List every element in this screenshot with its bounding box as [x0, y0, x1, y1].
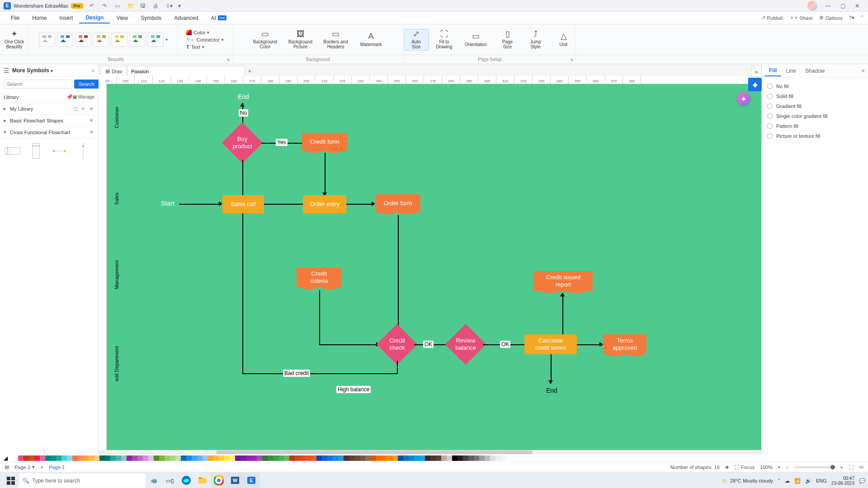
palette-swatch[interactable]: [192, 455, 197, 461]
palette-swatch[interactable]: [463, 455, 468, 461]
separator-v-shape[interactable]: [74, 142, 92, 160]
theme-swatch-7[interactable]: [147, 33, 164, 47]
palette-swatch[interactable]: [333, 455, 338, 461]
one-click-beautify-button[interactable]: ✦One Click Beautify: [2, 29, 27, 51]
fill-option-2[interactable]: Gradient fill: [767, 101, 863, 111]
palette-swatch[interactable]: [468, 455, 474, 461]
task-view-icon[interactable]: ▭▯: [162, 473, 178, 488]
palette-swatch[interactable]: [392, 455, 398, 461]
node-credit-form[interactable]: Credit form: [302, 133, 347, 151]
palette-swatch[interactable]: [219, 455, 224, 461]
collapse-panel-icon[interactable]: «: [91, 67, 94, 74]
palette-swatch[interactable]: [447, 455, 452, 461]
palette-swatch[interactable]: [420, 455, 425, 461]
palette-swatch[interactable]: [365, 455, 371, 461]
palette-swatch[interactable]: [94, 455, 99, 461]
palette-swatch[interactable]: [495, 455, 501, 461]
watermark-button[interactable]: AWatermark: [355, 29, 387, 51]
menu-advanced[interactable]: Advanced: [168, 13, 204, 23]
palette-swatch[interactable]: [327, 455, 333, 461]
volume-icon[interactable]: 🔊: [805, 478, 811, 484]
palette-swatch[interactable]: [159, 455, 165, 461]
user-avatar[interactable]: [807, 1, 817, 11]
palette-swatch[interactable]: [403, 455, 409, 461]
palette-swatch[interactable]: [67, 455, 72, 461]
qat-more-icon[interactable]: ▾: [178, 3, 184, 9]
clock[interactable]: 00:4723-09-2023: [831, 476, 854, 486]
palette-swatch[interactable]: [51, 455, 56, 461]
node-review-balance[interactable]: Review balance: [445, 324, 486, 365]
options-button[interactable]: ⚙Options: [819, 15, 843, 21]
palette-swatch[interactable]: [137, 455, 143, 461]
weather-widget[interactable]: ⛅28°CMostly cloudy: [722, 478, 773, 484]
start-button[interactable]: [3, 473, 19, 488]
palette-swatch[interactable]: [268, 455, 273, 461]
palette-swatch[interactable]: [425, 455, 430, 461]
taskbar-search[interactable]: 🔍Type here to search: [19, 474, 146, 488]
jump-style-button[interactable]: ⤴Jump Style: [523, 29, 548, 51]
palette-swatch[interactable]: [273, 455, 278, 461]
palette-swatch[interactable]: [284, 455, 289, 461]
node-order-form[interactable]: Order form: [375, 194, 420, 212]
fit-drawing-button[interactable]: ⛶Fit to Drawing: [432, 29, 457, 51]
remove-icon[interactable]: ✕: [88, 106, 94, 112]
minimize-button[interactable]: —: [821, 1, 835, 10]
export-icon[interactable]: ⇩▾: [165, 3, 172, 9]
zoom-slider[interactable]: [794, 466, 835, 468]
remove-icon[interactable]: ✕: [88, 129, 94, 136]
focus-button[interactable]: ⛶ Focus: [734, 465, 755, 470]
page-setup-launcher-icon[interactable]: ⬊: [570, 57, 574, 62]
palette-swatch[interactable]: [430, 455, 436, 461]
borders-headers-button[interactable]: ▭Borders and Headers: [320, 29, 352, 51]
palette-swatch[interactable]: [436, 455, 441, 461]
palette-swatch[interactable]: [154, 455, 159, 461]
palette-swatch[interactable]: [24, 455, 29, 461]
palette-swatch[interactable]: [143, 455, 148, 461]
palette-swatch[interactable]: [72, 455, 78, 461]
node-credit-criteria[interactable]: Credit criteria: [297, 267, 342, 287]
save-icon[interactable]: 🖫: [140, 3, 146, 9]
undo-icon[interactable]: ↶: [90, 3, 96, 9]
beautify-launcher-icon[interactable]: ⬊: [226, 57, 230, 62]
node-buy-product[interactable]: Buy product: [222, 122, 263, 164]
palette-swatch[interactable]: [235, 455, 241, 461]
palette-swatch[interactable]: [479, 455, 485, 461]
palette-swatch[interactable]: [485, 455, 490, 461]
add-icon[interactable]: +: [80, 106, 86, 112]
palette-swatch[interactable]: [175, 455, 181, 461]
palette-swatch[interactable]: [105, 455, 110, 461]
symbols-search-button[interactable]: Search: [74, 80, 99, 89]
palette-swatch[interactable]: [208, 455, 213, 461]
palette-swatch[interactable]: [344, 455, 349, 461]
palette-swatch[interactable]: [170, 455, 175, 461]
palette-swatch[interactable]: [197, 455, 203, 461]
my-library-item[interactable]: My Library: [10, 106, 70, 112]
explorer-app[interactable]: [194, 473, 211, 488]
theme-swatch-3[interactable]: [75, 33, 91, 47]
eyedropper-icon[interactable]: ◢: [4, 455, 10, 461]
new-folder-icon[interactable]: ▢: [72, 106, 78, 112]
palette-swatch[interactable]: [251, 455, 257, 461]
redo-icon[interactable]: ↷: [102, 3, 108, 9]
palette-swatch[interactable]: [501, 455, 506, 461]
background-color-button[interactable]: ▭Background Color: [249, 29, 282, 51]
expand-icon[interactable]: ▸: [4, 106, 8, 112]
wifi-icon[interactable]: 📶: [794, 478, 801, 484]
theme-swatch-2[interactable]: [57, 33, 73, 47]
open-icon[interactable]: 📁: [127, 3, 134, 9]
zoom-level[interactable]: 100%: [760, 465, 773, 470]
theme-swatch-6[interactable]: [129, 33, 146, 47]
theme-swatch-5[interactable]: [111, 33, 127, 47]
node-credit-issued[interactable]: Credit issued report: [534, 271, 593, 291]
chrome-app[interactable]: [211, 473, 227, 488]
edrawmax-app[interactable]: E: [243, 473, 259, 488]
swimlane-v-shape[interactable]: [27, 142, 45, 160]
line-tab[interactable]: Line: [781, 66, 801, 76]
symbols-burger-icon[interactable]: ☰: [4, 67, 9, 74]
manage-button[interactable]: ▦ Manage: [73, 94, 94, 99]
palette-swatch[interactable]: [322, 455, 327, 461]
close-panel-icon[interactable]: ✕: [861, 68, 865, 74]
palette-swatch[interactable]: [338, 455, 344, 461]
palette-swatch[interactable]: [262, 455, 268, 461]
fill-option-3[interactable]: Single color gradient fill: [767, 111, 863, 121]
